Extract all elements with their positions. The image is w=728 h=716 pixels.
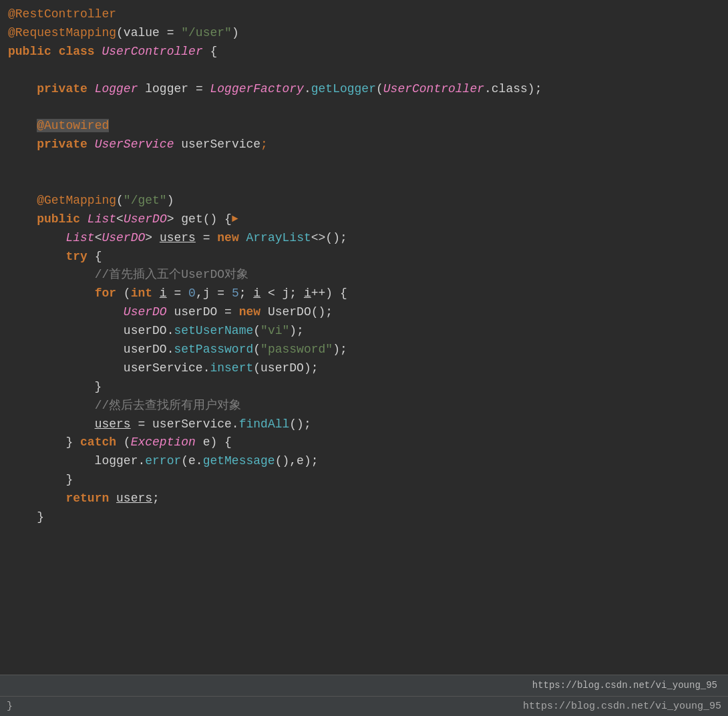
code-line: private Logger logger = LoggerFactory.ge…	[3, 80, 728, 99]
bottom-bar: } https://blog.csdn.net/vi_young_95	[0, 696, 728, 716]
code-line: } catch (Exception e) {	[3, 433, 728, 452]
code-line: UserDO userDO = new UserDO();	[3, 303, 728, 322]
code-line: userDO.setPassword("password");	[3, 341, 728, 359]
code-line: //然后去查找所有用户对象	[3, 397, 728, 415]
code-line: userService.insert(userDO);	[3, 359, 728, 378]
code-line: public class UserController {	[3, 43, 728, 61]
code-line: users = userService.findAll();	[3, 415, 728, 434]
code-line: //首先插入五个UserDO对象	[3, 266, 728, 285]
code-line: @GetMapping("/get")	[3, 192, 728, 210]
code-line	[3, 154, 728, 173]
status-url: https://blog.csdn.net/vi_young_95	[532, 679, 717, 693]
bottom-url: https://blog.csdn.net/vi_young_95	[523, 699, 721, 714]
code-line: try {	[3, 248, 728, 266]
code-line: for (int i = 0,j = 5; i < j; i++) {	[3, 285, 728, 303]
annotation-rest-controller: @RestController	[8, 7, 116, 21]
code-editor: @RestController @RequestMapping(value = …	[0, 0, 728, 675]
code-line: @RestController	[3, 5, 728, 24]
code-line: @RequestMapping(value = "/user")	[3, 24, 728, 43]
code-line	[3, 173, 728, 192]
code-line: }	[3, 471, 728, 490]
code-line: public List<UserDO> get() {►	[3, 210, 728, 229]
code-line: private UserService userService;	[3, 136, 728, 154]
code-line	[3, 98, 728, 117]
closing-brace: }	[7, 699, 13, 714]
code-line: }	[3, 508, 728, 527]
code-line	[3, 61, 728, 80]
code-line: userDO.setUserName("vi");	[3, 322, 728, 341]
code-line: }	[3, 378, 728, 397]
code-line: logger.error(e.getMessage(),e);	[3, 452, 728, 471]
code-line: return users;	[3, 490, 728, 508]
status-bar: https://blog.csdn.net/vi_young_95	[0, 675, 728, 696]
code-line: List<UserDO> users = new ArrayList<>();	[3, 229, 728, 248]
code-line: @Autowired	[3, 117, 728, 136]
